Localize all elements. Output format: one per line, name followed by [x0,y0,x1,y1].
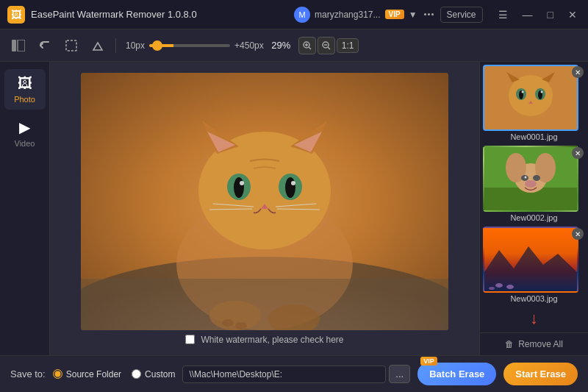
main-image [81,73,448,330]
thumbnail-item-1[interactable]: ✕ New0001 [483,65,585,141]
source-folder-radio[interactable] [53,369,62,379]
thumbnail-label-1: New0001.jpg [483,132,585,141]
photo-label: Photo [14,95,35,104]
thumbnail-image-2 [483,146,578,212]
svg-point-57 [495,283,503,288]
right-panel: ✕ New0001 [479,62,588,355]
image-container[interactable] [81,73,448,330]
hamburger-icon[interactable]: ☰ [495,7,512,22]
svg-line-5 [309,47,311,49]
close-button[interactable]: ✕ [564,7,581,22]
svg-point-24 [291,181,295,185]
source-folder-label: Source Folder [66,369,121,379]
path-input[interactable] [182,366,386,383]
username: maryzhang317... [315,10,380,20]
service-button[interactable]: Service [440,7,483,23]
svg-point-44 [541,91,543,93]
thumbnail-item-2[interactable]: ✕ New0002.jpg [483,146,585,222]
photo-icon: 🖼 [18,75,32,92]
svg-point-53 [525,177,527,179]
ratio-button[interactable]: 1:1 [337,38,359,53]
watermark-checkbox[interactable] [185,335,195,344]
batch-vip-badge: VIP [420,357,437,366]
title-bar: 🖼 EasePaint Watermark Remover 1.0.8.0 M … [0,0,588,29]
zoom-buttons: 1:1 [298,37,359,54]
thumbnail-label-2: New0002.jpg [483,213,585,222]
batch-erase-button[interactable]: VIP Batch Erase [417,363,496,385]
svg-point-21 [234,177,244,198]
zoom-max-label: +450px [234,40,264,51]
user-info: M maryzhang317... VIP ▼ Service [294,7,482,23]
eraser-tool-button[interactable] [87,35,109,57]
thumbnail-image-3 [483,227,578,293]
svg-point-54 [525,180,537,188]
panel-toggle-button[interactable] [7,35,29,57]
zoom-percent: 29% [268,40,294,51]
svg-point-22 [285,177,295,198]
trash-icon: 🗑 [505,339,514,349]
batch-erase-label: Batch Erase [429,368,484,379]
thumbnail-close-3[interactable]: ✕ [572,228,584,240]
window-controls: ☰ — □ ✕ [495,7,581,22]
separator-1 [115,38,116,53]
svg-rect-34 [81,279,448,330]
thumbnail-item-3[interactable]: ✕ [483,227,585,303]
main-layout: 🖼 Photo ▶ Video [0,62,588,355]
maximize-button[interactable]: □ [544,7,557,22]
source-folder-option[interactable]: Source Folder [53,369,121,379]
thumbnail-close-1[interactable]: ✕ [572,66,584,78]
svg-rect-1 [18,40,25,51]
left-sidebar: 🖼 Photo ▶ Video [0,62,50,355]
zoom-slider-wrap [149,44,230,47]
svg-point-23 [240,181,244,185]
svg-point-58 [506,285,514,289]
svg-point-36 [509,75,553,116]
service-label: Service [447,10,476,20]
zoom-out-button[interactable] [318,37,335,54]
path-input-wrap: ... [182,365,410,383]
app-icon: 🖼 [7,6,25,24]
save-to-label: Save to: [10,368,46,379]
zoom-control: 10px +450px [126,40,264,51]
zoom-min-label: 10px [126,40,145,51]
zoom-in-button[interactable] [298,37,316,54]
svg-point-43 [522,91,524,93]
svg-point-59 [489,287,495,290]
remove-all-label: Remove All [518,339,563,349]
nav-item-photo[interactable]: 🖼 Photo [4,69,46,110]
start-erase-button[interactable]: Start Erase [503,363,578,385]
toolbar: 10px +450px 29% 1:1 [0,29,588,62]
selection-tool-button[interactable] [60,35,82,57]
vip-badge: VIP [385,10,404,19]
app-title: EasePaint Watermark Remover 1.0.8.0 [31,9,288,20]
user-avatar: M [294,7,310,23]
browse-button[interactable]: ... [389,365,410,383]
minimize-button[interactable]: — [519,7,537,22]
thumbnail-label-3: New0003.jpg [483,294,585,303]
canvas-area: White watermark, please check here [50,62,479,355]
watermark-check-row: White watermark, please check here [185,335,343,345]
video-label: Video [15,139,35,148]
zoom-slider[interactable] [149,44,230,47]
undo-button[interactable] [34,35,56,57]
thumb-dog-svg [484,147,577,210]
thumb-cat-svg [484,66,577,129]
svg-rect-0 [12,40,16,51]
custom-radio[interactable] [132,369,141,379]
save-location-group: Source Folder Custom [53,369,176,379]
thumbnail-image-1 [483,65,578,131]
custom-label: Custom [145,369,175,379]
dropdown-arrow-icon[interactable]: ▼ [409,10,417,20]
video-icon: ▶ [19,118,30,136]
dots-menu[interactable] [422,11,436,18]
scroll-arrow-icon: ↓ [483,309,585,328]
nav-item-video[interactable]: ▶ Video [4,113,46,154]
svg-point-52 [533,175,540,181]
custom-option[interactable]: Custom [132,369,175,379]
thumbnail-list: ✕ New0001 [480,62,588,332]
thumb-landscape-svg [484,228,577,291]
svg-marker-3 [93,43,102,50]
remove-all-button[interactable]: 🗑 Remove All [480,332,588,355]
thumbnail-close-2[interactable]: ✕ [572,147,584,159]
svg-rect-2 [66,40,76,51]
